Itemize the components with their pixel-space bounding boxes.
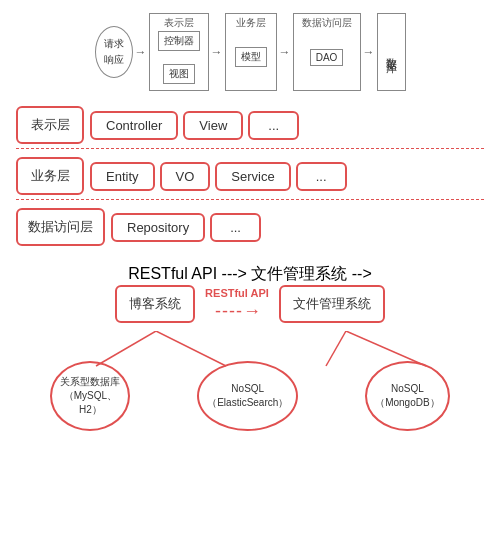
- business-layer-top: 业务层 模型: [225, 13, 277, 91]
- view-item: View: [183, 111, 243, 140]
- dashed-arrow-icon: - - - - →: [215, 301, 259, 322]
- presentation-layer-label: 表示层: [164, 16, 194, 30]
- arrow-4: →: [363, 45, 375, 59]
- vo-item: VO: [160, 162, 211, 191]
- presentation-title: 表示层: [16, 106, 84, 144]
- business-section: 业务层 Entity VO Service ...: [16, 153, 484, 200]
- data-layer-top: 数据访问层 DAO: [293, 13, 361, 91]
- request-label: 请求: [104, 37, 124, 51]
- dao-top: DAO: [310, 49, 344, 66]
- presentation-more: ...: [248, 111, 299, 140]
- entity-item: Entity: [90, 162, 155, 191]
- main-layers: 表示层 Controller View ... 业务层 Entity VO Se…: [8, 102, 492, 250]
- data-more: ...: [210, 213, 261, 242]
- database-top: 数据库: [377, 13, 406, 91]
- db-section: 关系型数据库（MySQL、H2） NoSQL（ElasticSearch） No…: [16, 331, 484, 431]
- db-mongodb: NoSQL（MongoDB）: [365, 361, 449, 431]
- restful-label: RESTful API: [205, 287, 269, 299]
- business-layer-label: 业务层: [236, 16, 266, 30]
- db-row: 关系型数据库（MySQL、H2） NoSQL（ElasticSearch） No…: [16, 361, 484, 431]
- response-label: 响应: [104, 53, 124, 67]
- architecture-diagram: 请求 响应 → 表示层 控制器 视图 → 业务层 模型 → 数据访问层 DAO …: [8, 8, 492, 96]
- controller-top: 控制器: [158, 31, 200, 51]
- view-top: 视图: [163, 64, 195, 84]
- business-more: ...: [296, 162, 347, 191]
- data-layer-label: 数据访问层: [302, 16, 352, 30]
- data-section: 数据访问层 Repository ...: [16, 204, 484, 250]
- model-top: 模型: [235, 47, 267, 67]
- db-elasticsearch: NoSQL（ElasticSearch）: [197, 361, 298, 431]
- controller-item: Controller: [90, 111, 178, 140]
- page-container: 请求 响应 → 表示层 控制器 视图 → 业务层 模型 → 数据访问层 DAO …: [0, 0, 500, 547]
- presentation-layer-top: 表示层 控制器 视图: [149, 13, 209, 91]
- business-title: 业务层: [16, 157, 84, 195]
- data-title: 数据访问层: [16, 208, 105, 246]
- file-system-box: 文件管理系统: [279, 285, 385, 323]
- blog-system-box: 博客系统: [115, 285, 195, 323]
- service-item: Service: [215, 162, 290, 191]
- restful-arrow: RESTful API - - - - →: [205, 287, 269, 322]
- request-response-oval: 请求 响应: [95, 26, 133, 78]
- presentation-section: 表示层 Controller View ...: [16, 102, 484, 149]
- database-label: 数据库: [384, 49, 399, 55]
- restful-row: 博客系统 RESTful API - - - - → 文件管理系统: [115, 285, 385, 323]
- data-items: Repository ...: [111, 213, 261, 242]
- arrow-2: →: [211, 45, 223, 59]
- presentation-items: Controller View ...: [90, 111, 299, 140]
- restful-section: RESTful API ---> 文件管理系统 --> 博客系统 RESTful…: [8, 260, 492, 435]
- arrow-1: →: [135, 45, 147, 59]
- arrow-3: →: [279, 45, 291, 59]
- repository-item: Repository: [111, 213, 205, 242]
- business-items: Entity VO Service ...: [90, 162, 347, 191]
- db-mysql: 关系型数据库（MySQL、H2）: [50, 361, 130, 431]
